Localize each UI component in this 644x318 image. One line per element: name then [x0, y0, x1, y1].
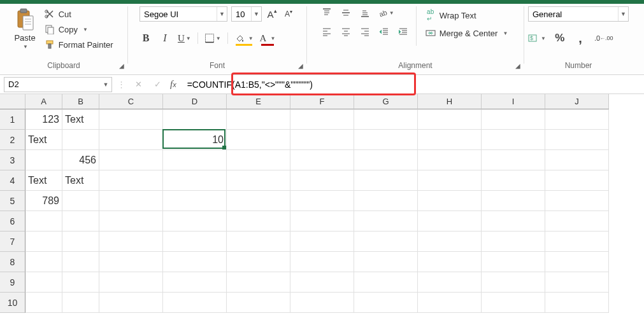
- format-painter-button[interactable]: Format Painter: [42, 38, 116, 51]
- cell[interactable]: [25, 252, 62, 272]
- chevron-down-icon[interactable]: ▼: [251, 7, 261, 21]
- cell[interactable]: [482, 191, 545, 211]
- cell[interactable]: [25, 211, 62, 232]
- cell[interactable]: [227, 191, 290, 211]
- row-header[interactable]: 7: [0, 232, 25, 252]
- column-header[interactable]: E: [227, 94, 290, 109]
- cell[interactable]: [354, 211, 418, 232]
- comma-button[interactable]: ,: [574, 32, 587, 45]
- underline-button[interactable]: U▼: [178, 32, 191, 45]
- cell[interactable]: Text: [25, 130, 62, 150]
- cell[interactable]: [545, 191, 609, 211]
- cell[interactable]: [227, 109, 290, 130]
- cell[interactable]: [163, 293, 227, 313]
- cell[interactable]: [227, 293, 290, 313]
- increase-decimal-button[interactable]: .0←.00: [594, 32, 613, 45]
- cell[interactable]: [163, 170, 227, 191]
- cell[interactable]: [482, 150, 545, 170]
- percent-button[interactable]: %: [554, 32, 566, 45]
- number-format-combo[interactable]: ▼: [528, 6, 629, 22]
- cell[interactable]: [163, 232, 227, 252]
- paste-button[interactable]: Paste ▼: [11, 6, 38, 51]
- cell[interactable]: [163, 272, 227, 293]
- cell[interactable]: [545, 130, 609, 150]
- column-header[interactable]: C: [99, 94, 163, 109]
- increase-indent-button[interactable]: [397, 25, 410, 38]
- cell[interactable]: [99, 272, 163, 293]
- cell[interactable]: [99, 211, 163, 232]
- cancel-formula-button[interactable]: ✕: [132, 78, 145, 91]
- cell[interactable]: 10: [163, 130, 227, 150]
- font-color-button[interactable]: A ▼: [260, 32, 276, 45]
- cell[interactable]: [62, 272, 99, 293]
- column-header[interactable]: J: [545, 94, 609, 109]
- cell[interactable]: [418, 170, 482, 191]
- align-right-button[interactable]: [359, 25, 371, 38]
- cell[interactable]: [62, 130, 99, 150]
- cell[interactable]: [290, 252, 354, 272]
- cell[interactable]: [482, 252, 545, 272]
- cell[interactable]: [290, 293, 354, 313]
- cell[interactable]: [545, 252, 609, 272]
- cell[interactable]: [290, 109, 354, 130]
- cell[interactable]: [290, 130, 354, 150]
- accounting-format-button[interactable]: $ ▼: [528, 32, 546, 45]
- align-bottom-button[interactable]: [359, 6, 371, 19]
- column-header[interactable]: I: [482, 94, 545, 109]
- name-box[interactable]: ▼: [4, 77, 112, 92]
- cell[interactable]: [482, 170, 545, 191]
- font-name-combo[interactable]: ▼: [140, 6, 227, 22]
- cell[interactable]: [227, 252, 290, 272]
- cell[interactable]: [99, 170, 163, 191]
- cell[interactable]: [354, 252, 418, 272]
- cell[interactable]: [62, 211, 99, 232]
- cell[interactable]: [354, 130, 418, 150]
- cell[interactable]: Text: [62, 170, 99, 191]
- column-header[interactable]: D: [163, 94, 227, 109]
- cell[interactable]: [418, 293, 482, 313]
- align-top-button[interactable]: [320, 6, 333, 19]
- cell[interactable]: [545, 272, 609, 293]
- cell[interactable]: [545, 150, 609, 170]
- cell[interactable]: [545, 109, 609, 130]
- cell[interactable]: [354, 232, 418, 252]
- decrease-font-button[interactable]: A▾: [282, 8, 295, 20]
- column-header[interactable]: B: [62, 94, 99, 109]
- cell[interactable]: [418, 150, 482, 170]
- column-header[interactable]: F: [290, 94, 354, 109]
- number-format-input[interactable]: [529, 7, 618, 21]
- fill-color-button[interactable]: ▼: [234, 32, 254, 45]
- cell[interactable]: [418, 191, 482, 211]
- font-name-input[interactable]: [140, 7, 217, 21]
- column-header[interactable]: G: [354, 94, 418, 109]
- chevron-down-icon[interactable]: ▼: [217, 7, 227, 21]
- dialog-launcher-font[interactable]: ◢: [296, 61, 305, 70]
- chevron-down-icon[interactable]: ▼: [100, 81, 111, 88]
- cell[interactable]: [354, 170, 418, 191]
- row-header[interactable]: 6: [0, 211, 25, 232]
- italic-button[interactable]: I: [159, 32, 171, 45]
- cell[interactable]: [25, 232, 62, 252]
- cell[interactable]: [418, 211, 482, 232]
- row-header[interactable]: 3: [0, 150, 25, 170]
- cell[interactable]: [418, 272, 482, 293]
- cell[interactable]: [227, 170, 290, 191]
- orientation-button[interactable]: ab▼: [378, 6, 394, 19]
- cell[interactable]: [163, 150, 227, 170]
- cell[interactable]: [545, 293, 609, 313]
- cell[interactable]: [354, 150, 418, 170]
- cell[interactable]: [354, 293, 418, 313]
- cell[interactable]: [25, 150, 62, 170]
- cell[interactable]: [99, 150, 163, 170]
- row-header[interactable]: 4: [0, 170, 25, 191]
- cut-button[interactable]: Cut: [42, 8, 116, 20]
- cell[interactable]: [227, 232, 290, 252]
- cell[interactable]: [482, 272, 545, 293]
- cell[interactable]: [545, 170, 609, 191]
- cell[interactable]: [99, 293, 163, 313]
- cell[interactable]: [99, 109, 163, 130]
- cell[interactable]: [227, 130, 290, 150]
- borders-button[interactable]: ▼: [204, 32, 221, 45]
- decrease-indent-button[interactable]: [378, 25, 390, 38]
- cell[interactable]: [418, 109, 482, 130]
